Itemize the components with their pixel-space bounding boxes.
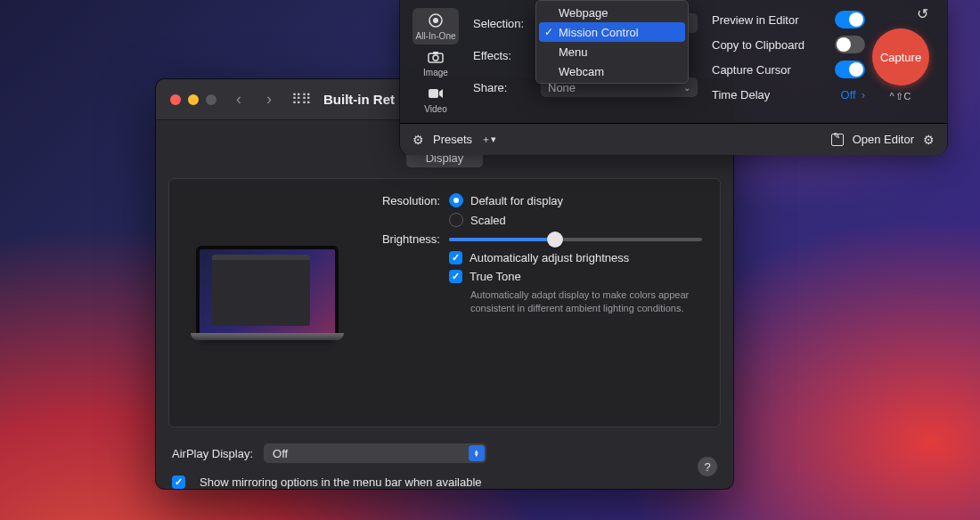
resolution-scaled-label: Scaled: [470, 214, 506, 227]
resolution-label: Resolution:: [365, 194, 440, 207]
mode-video[interactable]: Video: [412, 81, 459, 118]
true-tone-description: Automatically adapt display to make colo…: [470, 288, 702, 315]
svg-point-3: [433, 55, 438, 61]
add-preset-button[interactable]: ＋▾: [481, 133, 496, 146]
effects-label: Effects:: [473, 49, 541, 62]
camera-icon: [427, 48, 445, 66]
close-window-button[interactable]: [170, 94, 181, 105]
brightness-label: Brightness:: [365, 232, 440, 246]
capture-shortcut: ^⇧C: [889, 91, 911, 102]
dropdown-item-webcam[interactable]: Webcam: [539, 61, 685, 81]
mirroring-label: Show mirroring options in the menu bar w…: [200, 475, 482, 489]
video-icon: [427, 85, 445, 102]
edit-icon: [831, 134, 844, 146]
copy-clipboard-label: Copy to Clipboard: [712, 38, 804, 52]
undo-icon[interactable]: ↺: [917, 5, 935, 23]
svg-rect-5: [429, 89, 438, 98]
dropdown-stepper-icon: ▴▾: [469, 445, 485, 461]
laptop-icon: [196, 246, 339, 337]
capture-cursor-toggle[interactable]: [835, 61, 865, 78]
copy-clipboard-toggle[interactable]: [835, 36, 865, 53]
dropdown-item-mission-control[interactable]: Mission Control: [539, 22, 685, 42]
svg-rect-4: [433, 52, 438, 54]
window-title: Built-in Ret: [323, 92, 395, 107]
time-delay-button[interactable]: Off ›: [841, 88, 865, 102]
airplay-label: AirPlay Display:: [172, 447, 253, 460]
dropdown-item-webpage[interactable]: Webpage: [539, 3, 685, 22]
resolution-default-radio[interactable]: [449, 193, 463, 207]
preview-in-editor-label: Preview in Editor: [712, 13, 799, 27]
target-icon: [427, 12, 445, 29]
back-button[interactable]: ‹: [236, 90, 241, 109]
selection-dropdown-menu: Webpage Mission Control Menu Webcam: [535, 0, 689, 84]
settings-gear-icon[interactable]: ⚙: [923, 133, 935, 147]
dropdown-item-menu[interactable]: Menu: [539, 42, 685, 61]
brightness-slider[interactable]: [449, 238, 702, 241]
forward-button[interactable]: ›: [266, 90, 272, 109]
display-settings-pane: Resolution: Default for display Scaled B…: [168, 178, 721, 427]
selection-label: Selection:: [473, 17, 541, 30]
zoom-window-button[interactable]: [206, 94, 216, 105]
share-label: Share:: [473, 81, 541, 94]
preview-in-editor-toggle[interactable]: [835, 11, 865, 28]
auto-brightness-label: Automatically adjust brightness: [470, 251, 629, 264]
open-editor-button[interactable]: Open Editor: [853, 133, 914, 146]
time-delay-label: Time Delay: [712, 88, 770, 102]
presets-label[interactable]: Presets: [433, 133, 472, 146]
chevron-down-icon: ⌄: [683, 83, 690, 93]
brightness-slider-knob[interactable]: [547, 232, 563, 248]
help-button[interactable]: ?: [698, 457, 717, 476]
minimize-window-button[interactable]: [188, 94, 199, 105]
display-preview: [187, 193, 347, 389]
mode-all-in-one[interactable]: All-In-One: [412, 8, 459, 45]
show-all-icon[interactable]: ⠿⠿: [291, 91, 311, 108]
mirroring-checkbox[interactable]: [172, 475, 185, 489]
capture-button[interactable]: Capture: [872, 28, 929, 85]
true-tone-label: True Tone: [470, 270, 521, 283]
airplay-value: Off: [273, 447, 288, 460]
svg-point-1: [433, 18, 438, 23]
mode-image[interactable]: Image: [412, 45, 459, 81]
airplay-dropdown[interactable]: Off ▴▾: [264, 443, 486, 463]
resolution-scaled-radio[interactable]: [449, 213, 463, 227]
true-tone-checkbox[interactable]: [449, 270, 462, 283]
capture-cursor-label: Capture Cursor: [712, 63, 791, 77]
window-controls: [170, 94, 216, 105]
resolution-default-label: Default for display: [470, 194, 563, 207]
gear-icon[interactable]: ⚙: [412, 133, 424, 147]
auto-brightness-checkbox[interactable]: [449, 251, 462, 264]
